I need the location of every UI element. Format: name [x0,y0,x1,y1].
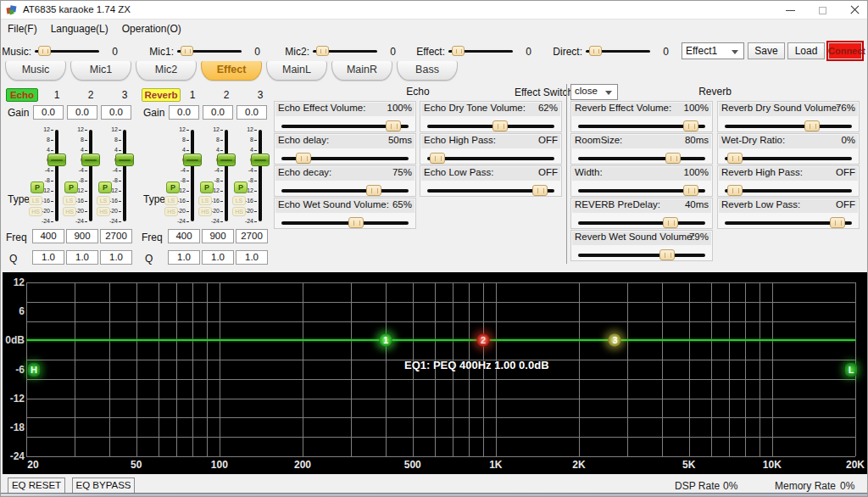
gain-input[interactable]: 0.0 [67,105,97,120]
band-fader-track[interactable] [259,130,262,221]
filter-type-hs-button[interactable]: HS [29,207,42,216]
slider-thumb[interactable] [727,185,743,196]
q-input[interactable]: 1.0 [168,250,200,265]
band-fader-thumb[interactable] [217,154,236,166]
band-fader-track[interactable] [55,130,58,221]
param-slider[interactable] [281,120,409,131]
freq-input[interactable]: 2700 [100,229,132,243]
eq-band-marker-3[interactable]: 3 [608,333,621,347]
slider-thumb[interactable] [659,249,675,260]
slider-thumb[interactable] [181,46,193,56]
slider-thumb[interactable] [38,46,51,56]
param-slider[interactable] [725,185,852,196]
param-slider[interactable] [725,120,852,131]
gain-input[interactable]: 0.0 [203,105,233,120]
tab-mainr[interactable]: MainR [331,61,392,81]
load-button[interactable]: Load [787,42,825,59]
slider-thumb[interactable] [532,185,548,196]
mixer-channel-slider[interactable] [177,50,242,53]
param-slider[interactable] [281,217,409,228]
eq-endpoint-marker-h[interactable]: H [28,363,41,377]
reverb-toggle-button[interactable]: Reverb [142,88,181,102]
slider-thumb[interactable] [804,120,820,131]
filter-type-peq-button[interactable]: P [64,181,78,193]
filter-type-hs-button[interactable]: HS [232,207,246,216]
slider-thumb[interactable] [830,217,845,228]
mixer-channel-slider[interactable] [35,50,99,53]
filter-type-hs-button[interactable]: HS [97,207,110,216]
effect-preset-select[interactable]: Effect1 [682,42,744,59]
filter-type-ls-button[interactable]: LS [232,196,246,205]
freq-input[interactable]: 900 [66,229,98,243]
gain-input[interactable]: 0.0 [101,105,131,120]
filter-type-peq-button[interactable]: P [234,181,248,193]
save-button[interactable]: Save [748,42,785,59]
tab-music[interactable]: Music [5,61,66,81]
band-fader-thumb[interactable] [115,154,134,166]
q-input[interactable]: 1.0 [236,250,268,265]
filter-type-hs-button[interactable]: HS [164,207,178,216]
menu-item-operationo[interactable]: Operation(O) [115,21,188,36]
band-fader-track[interactable] [225,130,228,221]
param-slider[interactable] [725,217,852,228]
slider-thumb[interactable] [665,153,681,164]
gain-input[interactable]: 0.0 [236,105,267,120]
slider-thumb[interactable] [366,185,381,196]
mixer-channel-slider[interactable] [313,50,377,53]
filter-type-hs-button[interactable]: HS [63,207,76,216]
band-fader-track[interactable] [191,130,194,221]
param-slider[interactable] [427,120,554,131]
tab-mic2[interactable]: Mic2 [136,61,197,81]
mixer-channel-slider[interactable] [448,50,513,53]
band-fader-thumb[interactable] [251,154,270,166]
param-slider[interactable] [578,120,705,131]
eq-band-marker-1[interactable]: 1 [379,333,392,347]
param-slider[interactable] [427,185,554,196]
slider-thumb[interactable] [386,120,401,131]
param-slider[interactable] [427,153,554,164]
filter-type-peq-button[interactable]: P [98,181,112,193]
tab-mainl[interactable]: MainL [266,61,327,81]
slider-thumb[interactable] [683,185,698,196]
eq-band-marker-2[interactable]: 2 [476,333,490,347]
freq-input[interactable]: 400 [168,229,200,243]
q-input[interactable]: 1.0 [100,250,132,265]
filter-type-peq-button[interactable]: P [200,181,214,193]
slider-thumb[interactable] [589,46,602,56]
maximize-button[interactable] [809,1,837,20]
filter-type-hs-button[interactable]: HS [198,207,212,216]
param-slider[interactable] [281,153,409,164]
filter-type-ls-button[interactable]: LS [97,196,110,205]
slider-thumb[interactable] [430,153,445,164]
mixer-channel-slider[interactable] [586,50,650,53]
param-slider[interactable] [578,185,705,196]
connect-button[interactable]: Connect [826,41,864,61]
param-slider[interactable] [281,185,409,196]
close-button[interactable] [840,1,868,20]
eq-reset-button[interactable]: EQ RESET [8,477,65,494]
band-fader-thumb[interactable] [183,154,202,166]
tab-bass[interactable]: Bass [397,61,458,81]
q-input[interactable]: 1.0 [66,250,98,265]
gain-input[interactable]: 0.0 [169,105,199,120]
filter-type-peq-button[interactable]: P [166,181,180,193]
slider-thumb[interactable] [316,46,329,56]
slider-thumb[interactable] [663,217,678,228]
eq-graph[interactable]: 1260dB-6-12-18-2420501002005001K2K5K10K2… [3,272,867,474]
filter-type-ls-button[interactable]: LS [164,196,178,205]
freq-input[interactable]: 900 [202,229,234,243]
param-slider[interactable] [578,217,705,228]
slider-thumb[interactable] [296,153,311,164]
filter-type-ls-button[interactable]: LS [63,196,76,205]
freq-input[interactable]: 2700 [236,229,268,243]
param-slider[interactable] [725,153,852,164]
band-fader-track[interactable] [89,130,92,221]
gain-input[interactable]: 0.0 [33,105,64,120]
slider-thumb[interactable] [683,120,698,131]
band-fader-thumb[interactable] [47,154,66,166]
menu-item-filef[interactable]: File(F) [1,21,44,36]
q-input[interactable]: 1.0 [202,250,234,265]
slider-thumb[interactable] [452,46,465,56]
freq-input[interactable]: 400 [32,229,64,243]
echo-toggle-button[interactable]: Echo [6,88,38,102]
